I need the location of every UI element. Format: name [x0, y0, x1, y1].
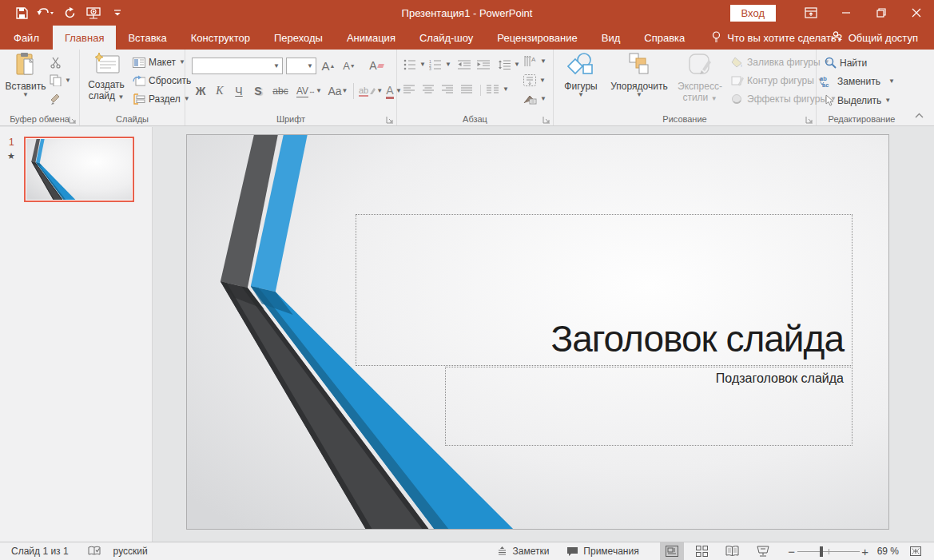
language-indicator[interactable]: русский — [113, 546, 148, 557]
format-painter-button[interactable] — [50, 93, 62, 105]
section-label: Раздел — [149, 93, 181, 105]
tab-help[interactable]: Справка — [632, 26, 697, 50]
undo-icon[interactable] — [35, 3, 56, 22]
shape-fill-button[interactable]: Заливка фигуры▼ — [731, 57, 830, 68]
cut-button[interactable] — [50, 56, 62, 69]
zoom-out-button[interactable]: − — [786, 545, 797, 558]
fit-slide-to-window-button[interactable] — [904, 542, 928, 560]
slide-editor[interactable]: Заголовок слайда Подзаголовок слайда — [186, 134, 889, 530]
minimize-button[interactable] — [829, 0, 864, 26]
font-name-combobox[interactable]: ▼ — [192, 58, 283, 74]
drawing-dialog-launcher[interactable] — [805, 114, 813, 122]
tab-design[interactable]: Конструктор — [179, 26, 262, 50]
ribbon-display-options-icon[interactable] — [793, 0, 829, 26]
line-spacing-button[interactable]: ▼ — [498, 59, 520, 70]
close-button[interactable] — [899, 0, 934, 26]
section-button[interactable]: Раздел▼ — [133, 93, 190, 105]
paste-button[interactable]: Вставить ▼ — [5, 52, 46, 98]
shape-effects-label: Эффекты фигуры — [747, 93, 827, 105]
tab-transitions[interactable]: Переходы — [262, 26, 335, 50]
slide-counter[interactable]: Слайд 1 из 1 — [11, 546, 69, 557]
redo-icon[interactable] — [59, 3, 80, 22]
tab-view[interactable]: Вид — [590, 26, 633, 50]
clear-formatting-button[interactable]: А — [368, 57, 385, 74]
start-slideshow-icon[interactable] — [83, 3, 104, 22]
collapse-ribbon-icon[interactable] — [912, 109, 926, 121]
change-case-button[interactable]: Aa▼ — [326, 82, 350, 100]
align-right-button[interactable] — [442, 85, 454, 94]
share-button[interactable]: Общий доступ — [830, 26, 918, 50]
justify-button[interactable] — [461, 85, 473, 94]
normal-view-button[interactable] — [660, 542, 684, 560]
title-placeholder[interactable]: Заголовок слайда — [356, 214, 853, 366]
notes-label: Заметки — [512, 546, 549, 557]
subtitle-placeholder[interactable]: Подзаголовок слайда — [445, 367, 853, 446]
bullets-button[interactable]: ▼ — [403, 59, 426, 70]
tab-file[interactable]: Файл — [0, 26, 53, 50]
slide-1-thumbnail[interactable] — [24, 137, 134, 202]
tab-animations[interactable]: Анимация — [335, 26, 407, 50]
shape-outline-button[interactable]: Контур фигуры▼ — [731, 75, 824, 86]
sign-in-button[interactable]: Вход — [730, 5, 776, 22]
spellcheck-icon[interactable] — [88, 546, 101, 557]
zoom-level[interactable]: 69 % — [877, 546, 899, 557]
increase-indent-button[interactable] — [477, 59, 491, 70]
zoom-slider[interactable] — [797, 542, 860, 560]
slideshow-view-button[interactable] — [751, 542, 775, 560]
grow-font-button[interactable]: А▲ — [320, 57, 337, 74]
slide-subtitle-text[interactable]: Подзаголовок слайда — [716, 371, 844, 386]
paste-dropdown[interactable]: ▼ — [22, 92, 29, 98]
tab-slideshow[interactable]: Слайд-шоу — [407, 26, 485, 50]
shapes-button[interactable]: Фигуры ▼ — [558, 52, 603, 98]
highlight-color-button[interactable]: ab▼ — [358, 82, 384, 100]
zoom-slider-thumb[interactable] — [820, 546, 823, 557]
bold-button[interactable]: Ж — [192, 82, 209, 100]
paragraph-dialog-launcher[interactable] — [543, 114, 550, 122]
ribbon-tabs: Файл Главная Вставка Конструктор Переход… — [0, 26, 934, 50]
character-spacing-button[interactable]: AV↔▼ — [296, 82, 323, 100]
save-icon[interactable] — [11, 3, 32, 22]
numbering-button[interactable]: 123▼ — [429, 59, 451, 70]
strikethrough-button[interactable]: abc — [268, 82, 292, 100]
group-clipboard: Вставить ▼ ▼ Буфер обмена — [0, 50, 80, 125]
slide-sorter-view-button[interactable] — [690, 542, 714, 560]
columns-button[interactable]: ▼ — [487, 85, 509, 94]
shrink-font-button[interactable]: А▼ — [340, 57, 358, 74]
convert-smartart-button[interactable]: ▼ — [523, 93, 546, 105]
slide-title-text[interactable]: Заголовок слайда — [550, 317, 844, 360]
tab-home[interactable]: Главная — [53, 26, 116, 50]
quick-styles-button[interactable]: Экспресс- стили ▼ — [675, 52, 725, 103]
clipboard-dialog-launcher[interactable] — [69, 114, 77, 122]
find-button[interactable]: Найти — [825, 57, 867, 69]
copy-dropdown[interactable]: ▼ — [65, 77, 71, 84]
tab-review[interactable]: Рецензирование — [485, 26, 589, 50]
italic-button[interactable]: К — [211, 82, 229, 100]
comments-toggle[interactable]: Примечания — [566, 546, 638, 557]
arrange-button[interactable]: Упорядочить ▼ — [605, 52, 674, 98]
font-size-combobox[interactable]: ▼ — [286, 58, 316, 74]
reset-button[interactable]: Сбросить — [133, 75, 191, 86]
find-label: Найти — [840, 58, 867, 69]
animation-star-icon: ★ — [7, 151, 15, 161]
align-center-button[interactable] — [423, 85, 435, 94]
text-shadow-button[interactable]: S — [249, 82, 267, 100]
customize-qat-icon[interactable] — [107, 3, 128, 22]
replace-button[interactable]: abac Заменить▼ — [820, 75, 895, 87]
align-text-button[interactable]: ▼ — [523, 74, 546, 86]
reading-view-button[interactable] — [721, 542, 745, 560]
restore-button[interactable] — [864, 0, 899, 26]
layout-button[interactable]: Макет▼ — [133, 57, 185, 68]
text-direction-button[interactable]: A▼ — [523, 55, 546, 67]
font-dialog-launcher[interactable] — [386, 114, 394, 122]
tab-insert[interactable]: Вставка — [116, 26, 178, 50]
select-button[interactable]: Выделить▼ — [825, 94, 891, 106]
new-slide-button[interactable]: Создать слайд ▼ — [83, 52, 129, 101]
notes-toggle[interactable]: Заметки — [497, 546, 549, 557]
zoom-in-button[interactable]: + — [860, 545, 871, 558]
align-left-button[interactable] — [403, 85, 415, 94]
comments-label: Примечания — [583, 546, 638, 557]
copy-button[interactable]: ▼ — [50, 74, 71, 86]
slide-thumbnail-panel: 1 ★ — [0, 127, 152, 542]
underline-button[interactable]: Ч — [230, 82, 248, 100]
decrease-indent-button[interactable] — [458, 59, 471, 70]
